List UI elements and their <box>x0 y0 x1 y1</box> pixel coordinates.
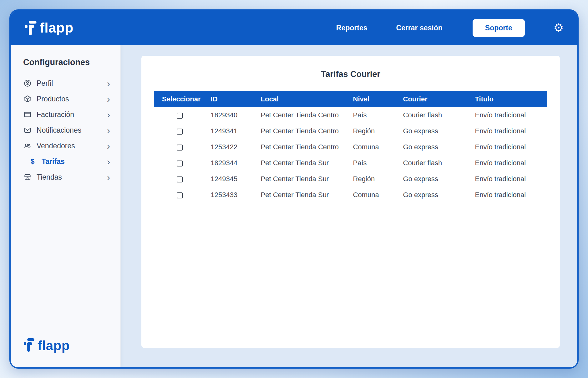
settings-gear-icon[interactable]: ⚙ <box>554 22 564 33</box>
table-row: 1249341 Pet Center Tienda Centro Región … <box>154 123 547 139</box>
cell-courier: Courier flash <box>398 155 470 171</box>
sidebar-title: Configuraciones <box>23 58 111 67</box>
soporte-button[interactable]: Soporte <box>473 19 525 37</box>
sidebar-item-label: Productos <box>37 95 69 103</box>
cell-local: Pet Center Tienda Sur <box>256 171 348 187</box>
app-window: flapp Reportes Cerrar sesión Soporte ⚙ C… <box>9 9 579 369</box>
cell-id: 1253422 <box>206 139 256 155</box>
cell-titulo: Envío tradicional <box>470 187 547 203</box>
cell-id: 1249341 <box>206 123 256 139</box>
col-seleccionar: Seleccionar <box>154 91 206 107</box>
table-row: 1829340 Pet Center Tienda Centro País Co… <box>154 107 547 123</box>
cell-courier: Go express <box>398 171 470 187</box>
app-header: flapp Reportes Cerrar sesión Soporte ⚙ <box>11 11 577 45</box>
table-row: 1829344 Pet Center Tienda Sur País Couri… <box>154 155 547 171</box>
row-checkbox[interactable] <box>177 129 183 135</box>
col-id: ID <box>206 91 256 107</box>
tarifas-card: Tarifas Courier Seleccionar ID Local Niv… <box>141 56 560 348</box>
store-icon <box>24 173 31 181</box>
cell-titulo: Envío tradicional <box>470 123 547 139</box>
box-icon <box>24 95 31 103</box>
cell-local: Pet Center Tienda Centro <box>256 107 348 123</box>
sidebar-item-tiendas[interactable]: Tiendas › <box>23 169 111 185</box>
cell-titulo: Envío tradicional <box>470 171 547 187</box>
col-courier: Courier <box>398 91 470 107</box>
chevron-right-icon: › <box>107 80 110 87</box>
row-checkbox[interactable] <box>177 145 183 151</box>
sidebar-item-label: Vendedores <box>37 142 75 150</box>
app-body: Configuraciones Perfil › <box>11 45 577 367</box>
cell-courier: Go express <box>398 123 470 139</box>
group-icon <box>24 142 31 150</box>
sidebar-item-label: Perfil <box>37 80 53 87</box>
sidebar-item-notificaciones[interactable]: Notificaciones › <box>23 122 111 138</box>
sidebar-item-perfil[interactable]: Perfil › <box>23 75 111 91</box>
header-nav: Reportes Cerrar sesión Soporte ⚙ <box>336 19 564 37</box>
flapp-logo-text: flapp <box>40 21 74 35</box>
cell-titulo: Envío tradicional <box>470 155 547 171</box>
person-icon <box>24 79 31 87</box>
cell-nivel: País <box>348 155 398 171</box>
col-nivel: Nivel <box>348 91 398 107</box>
sidebar-item-tarifas[interactable]: $ Tarifas › <box>23 154 111 169</box>
cell-local: Pet Center Tienda Sur <box>256 155 348 171</box>
sidebar-item-facturacion[interactable]: Facturación › <box>23 107 111 122</box>
chevron-right-icon: › <box>107 174 110 181</box>
sidebar-item-productos[interactable]: Productos › <box>23 91 111 107</box>
cell-id: 1829340 <box>206 107 256 123</box>
cell-courier: Go express <box>398 139 470 155</box>
mail-icon <box>24 126 31 134</box>
sidebar-item-label: Tiendas <box>37 174 62 181</box>
main-content: Tarifas Courier Seleccionar ID Local Niv… <box>121 45 577 367</box>
cell-courier: Courier flash <box>398 107 470 123</box>
cell-nivel: País <box>348 107 398 123</box>
flapp-logo-icon <box>24 338 34 353</box>
cell-titulo: Envío tradicional <box>470 107 547 123</box>
table-row: 1253433 Pet Center Tienda Sur Comuna Go … <box>154 187 547 203</box>
row-checkbox[interactable] <box>177 176 183 182</box>
table-row: 1253422 Pet Center Tienda Centro Comuna … <box>154 139 547 155</box>
cell-local: Pet Center Tienda Centro <box>256 139 348 155</box>
card-title: Tarifas Courier <box>154 69 547 79</box>
tarifas-table: Seleccionar ID Local Nivel Courier Titul… <box>154 91 547 203</box>
table-row: 1249345 Pet Center Tienda Sur Región Go … <box>154 171 547 187</box>
table-header-row: Seleccionar ID Local Nivel Courier Titul… <box>154 91 547 107</box>
chevron-right-icon: › <box>107 96 110 102</box>
nav-reportes[interactable]: Reportes <box>336 24 368 32</box>
cell-id: 1253433 <box>206 187 256 203</box>
sidebar-item-vendedores[interactable]: Vendedores › <box>23 138 111 154</box>
cell-titulo: Envío tradicional <box>470 139 547 155</box>
dollar-icon: $ <box>29 158 36 165</box>
flapp-logo-icon <box>25 21 37 35</box>
sidebar-item-label: Tarifas <box>42 158 65 165</box>
chevron-right-icon: › <box>107 111 110 118</box>
flapp-logo: flapp <box>25 21 74 35</box>
cell-nivel: Región <box>348 171 398 187</box>
sidebar-item-label: Facturación <box>37 111 74 118</box>
col-local: Local <box>256 91 348 107</box>
row-checkbox[interactable] <box>177 113 183 119</box>
credit-card-icon <box>24 111 31 118</box>
row-checkbox[interactable] <box>177 161 183 166</box>
cell-nivel: Comuna <box>348 139 398 155</box>
cell-nivel: Comuna <box>348 187 398 203</box>
cell-nivel: Región <box>348 123 398 139</box>
cell-id: 1249345 <box>206 171 256 187</box>
sidebar: Configuraciones Perfil › <box>11 45 121 367</box>
flapp-footer-logo-text: flapp <box>38 339 70 352</box>
cell-courier: Go express <box>398 187 470 203</box>
col-titulo: Titulo <box>470 91 547 107</box>
flapp-footer-logo: flapp <box>24 338 70 353</box>
sidebar-menu: Perfil › Productos › <box>23 75 111 185</box>
chevron-right-icon: › <box>107 158 110 165</box>
cell-local: Pet Center Tienda Sur <box>256 187 348 203</box>
chevron-right-icon: › <box>107 127 110 134</box>
nav-cerrar-sesion[interactable]: Cerrar sesión <box>396 24 443 32</box>
sidebar-item-label: Notificaciones <box>37 127 81 134</box>
cell-id: 1829344 <box>206 155 256 171</box>
chevron-right-icon: › <box>107 143 110 149</box>
cell-local: Pet Center Tienda Centro <box>256 123 348 139</box>
row-checkbox[interactable] <box>177 192 183 198</box>
